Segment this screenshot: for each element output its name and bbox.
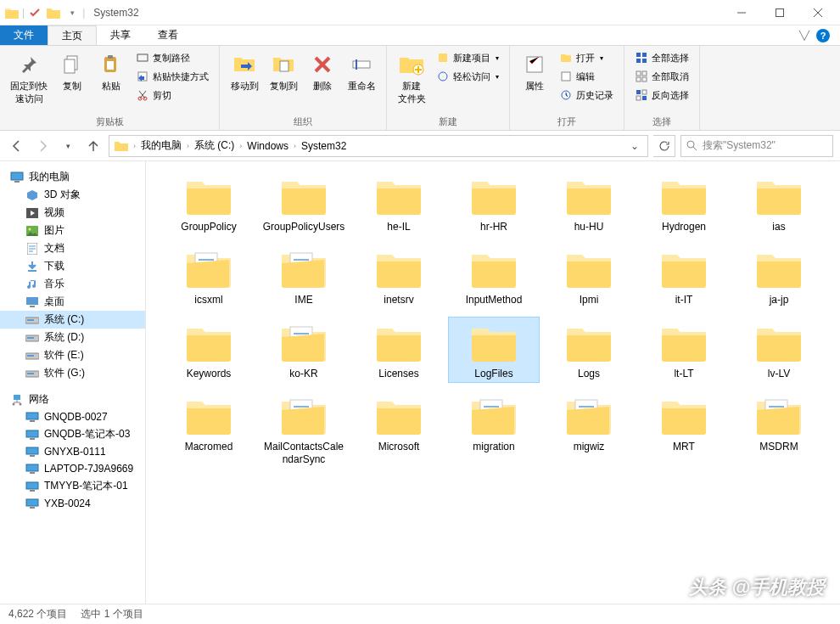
folder-item[interactable]: Macromed [163, 390, 255, 469]
desktop-icon [25, 295, 39, 309]
ribbon-collapse-icon[interactable]: ╲╱ [799, 31, 809, 40]
chevron-right-icon[interactable]: › [185, 142, 191, 150]
folder-item[interactable]: Licenses [353, 317, 445, 383]
help-icon[interactable]: ? [816, 29, 830, 42]
bc-item[interactable]: System32 [300, 140, 348, 152]
folder-item[interactable]: Ipmi [543, 243, 635, 309]
folder-item[interactable]: lv-LV [733, 317, 825, 383]
folder-item[interactable]: GroupPolicyUsers [258, 170, 350, 236]
recent-dropdown[interactable]: ▾ [58, 136, 78, 156]
breadcrumb[interactable]: › 我的电脑 › 系统 (C:) › Windows › System32 ⌄ [109, 135, 648, 157]
paste-button[interactable]: 粘贴 [93, 49, 129, 94]
tree-item[interactable]: 文档 [0, 239, 145, 257]
svg-rect-14 [439, 53, 447, 62]
folder-item[interactable]: LogFiles [448, 317, 540, 383]
folder-item[interactable]: MailContactsCalendarSync [258, 390, 350, 469]
properties-button[interactable]: 属性 [517, 49, 552, 94]
nav-tree[interactable]: 我的电脑3D 对象视频图片文档下载音乐桌面系统 (C:)系统 (D:)软件 (E… [0, 161, 146, 604]
svg-rect-54 [26, 430, 38, 437]
tree-item[interactable]: 3D 对象 [0, 186, 145, 204]
bc-item[interactable]: 我的电脑 [139, 138, 183, 153]
tree-item[interactable]: 图片 [0, 222, 145, 239]
paste-shortcut-button[interactable]: 粘贴快捷方式 [132, 68, 212, 85]
folder-item[interactable]: hu-HU [543, 170, 635, 236]
tree-item[interactable]: 软件 (E:) [0, 346, 145, 364]
tree-item[interactable]: 视频 [0, 204, 145, 222]
tree-item[interactable]: 网络 [0, 391, 145, 408]
folder-item[interactable]: hr-HR [448, 170, 540, 236]
folder-item[interactable]: Keywords [163, 317, 255, 383]
folder-item[interactable]: ja-jp [733, 243, 825, 309]
tree-item[interactable]: 下载 [0, 257, 145, 275]
bc-root-icon[interactable] [113, 140, 130, 152]
up-button[interactable] [83, 136, 104, 156]
new-folder-button[interactable]: 新建 文件夹 [394, 49, 429, 107]
select-none-button[interactable]: 全部取消 [631, 68, 692, 85]
folder-item[interactable]: ias [733, 170, 825, 236]
tree-item[interactable]: 音乐 [0, 275, 145, 293]
folder-item[interactable]: inetsrv [353, 243, 445, 309]
tree-item[interactable]: LAPTOP-7J9A9669 [0, 460, 145, 477]
tree-item[interactable]: 系统 (C:) [0, 311, 145, 329]
chevron-right-icon[interactable]: › [238, 142, 244, 150]
tree-item[interactable]: GNQDB-0027 [0, 408, 145, 425]
copy-button[interactable]: 复制 [54, 49, 90, 94]
minimize-button[interactable] [722, 1, 760, 25]
rename-button[interactable]: 重命名 [344, 49, 379, 94]
check-icon[interactable] [26, 4, 43, 21]
easy-access-button[interactable]: 轻松访问▾ [433, 68, 502, 85]
folder-item[interactable]: it-IT [638, 243, 730, 309]
folder-item[interactable]: InputMethod [448, 243, 540, 309]
chevron-right-icon[interactable]: › [292, 142, 298, 150]
tab-share[interactable]: 共享 [97, 25, 144, 45]
tree-item[interactable]: GNYXB-0111 [0, 443, 145, 460]
tree-item[interactable]: 桌面 [0, 293, 145, 311]
folder-item[interactable]: lt-LT [638, 317, 730, 383]
folder-item[interactable]: Logs [543, 317, 635, 383]
tree-item[interactable]: YXB-0024 [0, 495, 145, 512]
folder-item[interactable]: IME [258, 243, 350, 309]
bc-item[interactable]: Windows [245, 140, 290, 152]
folder-item[interactable]: MRT [638, 390, 730, 469]
refresh-button[interactable] [653, 135, 675, 157]
edit-button[interactable]: 编辑 [556, 68, 617, 85]
tree-item[interactable]: 系统 (D:) [0, 329, 145, 346]
open-button[interactable]: 打开▾ [556, 49, 617, 66]
cut-button[interactable]: 剪切 [132, 87, 212, 104]
pin-button[interactable]: 固定到快 速访问 [7, 49, 51, 107]
select-all-button[interactable]: 全部选择 [631, 49, 692, 66]
copy-to-button[interactable]: 复制到 [266, 49, 301, 94]
folder-item[interactable]: ko-KR [258, 317, 350, 383]
search-input[interactable]: 搜索"System32" [680, 135, 833, 157]
close-button[interactable] [798, 1, 837, 25]
folder-item[interactable]: MSDRM [733, 390, 825, 469]
tab-home[interactable]: 主页 [48, 25, 97, 45]
tab-view[interactable]: 查看 [144, 25, 192, 45]
chevron-down-icon[interactable]: ▾ [64, 4, 81, 21]
tree-item[interactable]: 软件 (G:) [0, 364, 145, 382]
bc-item[interactable]: 系统 (C:) [193, 138, 236, 153]
history-button[interactable]: 历史记录 [556, 87, 617, 104]
maximize-button[interactable] [760, 1, 798, 25]
chevron-right-icon[interactable]: › [132, 142, 137, 150]
bc-dropdown[interactable]: ⌄ [625, 140, 644, 152]
delete-button[interactable]: 删除 [305, 49, 340, 94]
tree-item[interactable]: GNQDB-笔记本-03 [0, 425, 145, 443]
select-invert-button[interactable]: 反向选择 [631, 87, 692, 104]
forward-button[interactable] [32, 136, 53, 156]
new-item-button[interactable]: 新建项目▾ [433, 49, 502, 66]
folder-item[interactable]: Hydrogen [638, 170, 730, 236]
folder-item[interactable]: migration [448, 390, 540, 469]
move-to-button[interactable]: 移动到 [227, 49, 262, 94]
folder-item[interactable]: migwiz [543, 390, 635, 469]
folder-item[interactable]: he-IL [353, 170, 445, 236]
folder-item[interactable]: icsxml [163, 243, 255, 309]
copy-path-button[interactable]: 复制路径 [132, 49, 212, 66]
back-button[interactable] [7, 136, 27, 156]
tree-item[interactable]: 我的电脑 [0, 168, 145, 186]
tree-item[interactable]: TMYYB-笔记本-01 [0, 477, 145, 495]
folder-view[interactable]: GroupPolicyGroupPolicyUsershe-ILhr-HRhu-… [146, 161, 840, 604]
folder-item[interactable]: Microsoft [353, 390, 445, 469]
tab-file[interactable]: 文件 [0, 25, 48, 45]
folder-item[interactable]: GroupPolicy [163, 170, 255, 236]
